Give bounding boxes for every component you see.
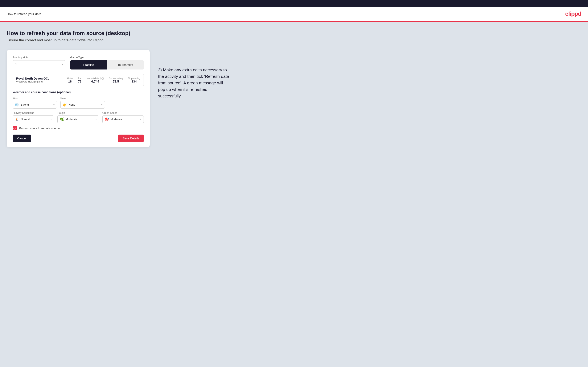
par-value: 72 [78, 80, 82, 83]
wind-value: Strong [21, 103, 52, 106]
cancel-button[interactable]: Cancel [13, 134, 31, 142]
logo: clippd [565, 10, 581, 17]
rain-label: Rain [60, 97, 105, 100]
holes-stat: Holes 18 [67, 77, 73, 83]
green-speed-select[interactable]: 🎯 Moderate ▾ [102, 116, 144, 123]
conditions-heading: Weather and course conditions (optional) [13, 91, 144, 94]
wind-chevron-icon: ▾ [53, 103, 55, 106]
rough-value: Moderate [66, 118, 94, 121]
green-speed-icon: 🎯 [105, 117, 109, 121]
yards-stat: Yards/White (M)) 6,744 [86, 77, 104, 83]
green-speed-value: Moderate [111, 118, 138, 121]
game-type-label: Game Type [70, 56, 144, 59]
card-footer: Cancel Save Details [13, 134, 144, 142]
green-speed-chevron-icon: ▾ [140, 118, 141, 121]
par-label: Par [78, 77, 82, 80]
rough-field: Rough 🌿 Moderate ▾ [57, 111, 99, 123]
yards-value: 6,744 [86, 80, 104, 83]
wind-icon: 💨 [15, 103, 19, 107]
yards-label: Yards/White (M)) [86, 77, 104, 80]
starting-hole-input[interactable]: 1 [13, 60, 65, 68]
rough-icon: 🌿 [60, 117, 64, 121]
rain-value: None [69, 103, 99, 106]
content-area: Starting Hole 1 ▾ Game Type Practice Tou… [7, 50, 581, 147]
course-rating-label: Course rating [109, 77, 123, 80]
tournament-button[interactable]: Tournament [107, 60, 144, 69]
rough-chevron-icon: ▾ [95, 118, 97, 121]
holes-value: 18 [67, 80, 73, 83]
page-heading: How to refresh your data from source (de… [7, 30, 581, 37]
practice-button[interactable]: Practice [70, 60, 107, 69]
slope-rating-value: 134 [128, 80, 140, 83]
instruction-text: 3) Make any extra edits necessary to the… [158, 67, 230, 99]
fairway-chevron-icon: ▾ [51, 118, 52, 121]
rough-select[interactable]: 🌿 Moderate ▾ [57, 116, 99, 123]
starting-hole-label: Starting Hole [13, 56, 65, 59]
rough-label: Rough [57, 111, 99, 114]
fairway-field: Fairway Conditions 🏌️ Normal ▾ [13, 111, 54, 123]
wind-rain-row: Wind 💨 Strong ▾ Rain ☀️ None ▾ [13, 97, 144, 108]
refresh-label: Refresh shots from data source [19, 127, 60, 130]
fairway-rough-green-row: Fairway Conditions 🏌️ Normal ▾ Rough 🌿 M… [13, 111, 144, 123]
course-rating-value: 72.5 [109, 80, 123, 83]
starting-hole-field: Starting Hole 1 ▾ [13, 56, 65, 69]
wind-label: Wind [13, 97, 57, 100]
refresh-checkbox-row[interactable]: Refresh shots from data source [13, 126, 144, 130]
green-speed-field: Green Speed 🎯 Moderate ▾ [102, 111, 144, 123]
wind-field: Wind 💨 Strong ▾ [13, 97, 57, 108]
page-subheading: Ensure the correct and most up to date d… [7, 38, 581, 42]
wind-select[interactable]: 💨 Strong ▾ [13, 101, 57, 108]
rain-icon: ☀️ [63, 103, 67, 107]
course-rating-stat: Course rating 72.5 [109, 77, 123, 83]
checkmark-icon [13, 127, 16, 130]
course-name: Royal North Devon GC, [16, 77, 49, 80]
header: How to refresh your data clippd [0, 7, 588, 21]
header-title: How to refresh your data [7, 12, 41, 16]
starting-hole-select[interactable]: 1 ▾ [13, 60, 65, 68]
slope-rating-label: Slope rating [128, 77, 140, 80]
course-row: Royal North Devon GC, Westward Ho!, Engl… [13, 74, 144, 86]
save-details-button[interactable]: Save Details [118, 134, 144, 142]
rain-field: Rain ☀️ None ▾ [60, 97, 105, 108]
course-info: Royal North Devon GC, Westward Ho!, Engl… [16, 77, 49, 83]
form-card: Starting Hole 1 ▾ Game Type Practice Tou… [7, 50, 150, 147]
instruction-panel: 3) Make any extra edits necessary to the… [158, 50, 230, 99]
fairway-icon: 🏌️ [15, 117, 19, 121]
field-group-top: Starting Hole 1 ▾ Game Type Practice Tou… [13, 56, 144, 69]
fairway-label: Fairway Conditions [13, 111, 54, 114]
course-stats: Holes 18 Par 72 Yards/White (M)) 6,744 C… [67, 77, 140, 83]
rain-select[interactable]: ☀️ None ▾ [60, 101, 105, 108]
game-type-toggle[interactable]: Practice Tournament [70, 60, 144, 69]
slope-rating-stat: Slope rating 134 [128, 77, 140, 83]
course-location: Westward Ho!, England [16, 80, 49, 83]
top-bar [0, 0, 588, 7]
refresh-checkbox[interactable] [13, 126, 17, 130]
game-type-field: Game Type Practice Tournament [70, 56, 144, 69]
fairway-select[interactable]: 🏌️ Normal ▾ [13, 116, 54, 123]
fairway-value: Normal [21, 118, 49, 121]
par-stat: Par 72 [78, 77, 82, 83]
green-speed-label: Green Speed [102, 111, 144, 114]
main-content: How to refresh your data from source (de… [0, 22, 588, 367]
rain-chevron-icon: ▾ [101, 103, 103, 106]
holes-label: Holes [67, 77, 73, 80]
